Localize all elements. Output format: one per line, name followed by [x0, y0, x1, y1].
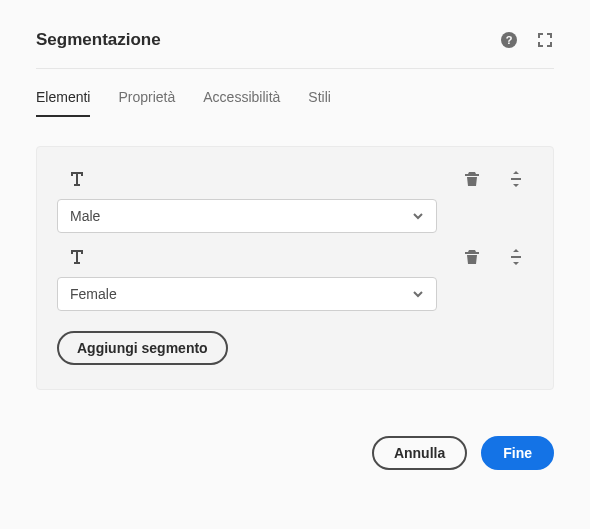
delete-icon[interactable] — [463, 170, 481, 188]
chevron-down-icon — [412, 210, 424, 222]
segmentation-dialog: Segmentazione ? Elementi Proprietà Acces… — [0, 0, 590, 490]
tab-properties[interactable]: Proprietà — [118, 89, 175, 117]
dialog-header: Segmentazione ? — [36, 30, 554, 69]
text-icon — [67, 247, 87, 267]
fullscreen-icon[interactable] — [536, 31, 554, 49]
chevron-down-icon — [412, 288, 424, 300]
segment-toolbar — [57, 247, 533, 267]
tab-list: Elementi Proprietà Accessibilità Stili — [36, 89, 554, 118]
cancel-button[interactable]: Annulla — [372, 436, 467, 470]
tab-accessibility[interactable]: Accessibilità — [203, 89, 280, 117]
segment-toolbar — [57, 169, 533, 189]
svg-text:?: ? — [506, 34, 513, 46]
dialog-footer: Annulla Fine — [36, 436, 554, 470]
segment-select[interactable]: Male — [57, 199, 437, 233]
segment-item: Male — [57, 169, 533, 233]
tab-styles[interactable]: Stili — [308, 89, 331, 117]
dialog-title: Segmentazione — [36, 30, 161, 50]
header-actions: ? — [500, 31, 554, 49]
done-button[interactable]: Fine — [481, 436, 554, 470]
segment-item: Female — [57, 247, 533, 311]
segments-panel: Male — [36, 146, 554, 390]
text-icon — [67, 169, 87, 189]
segment-select-value: Male — [70, 208, 100, 224]
reorder-icon[interactable] — [507, 170, 525, 188]
delete-icon[interactable] — [463, 248, 481, 266]
segment-select-value: Female — [70, 286, 117, 302]
reorder-icon[interactable] — [507, 248, 525, 266]
help-icon[interactable]: ? — [500, 31, 518, 49]
tab-elements[interactable]: Elementi — [36, 89, 90, 117]
add-segment-button[interactable]: Aggiungi segmento — [57, 331, 228, 365]
segment-select[interactable]: Female — [57, 277, 437, 311]
